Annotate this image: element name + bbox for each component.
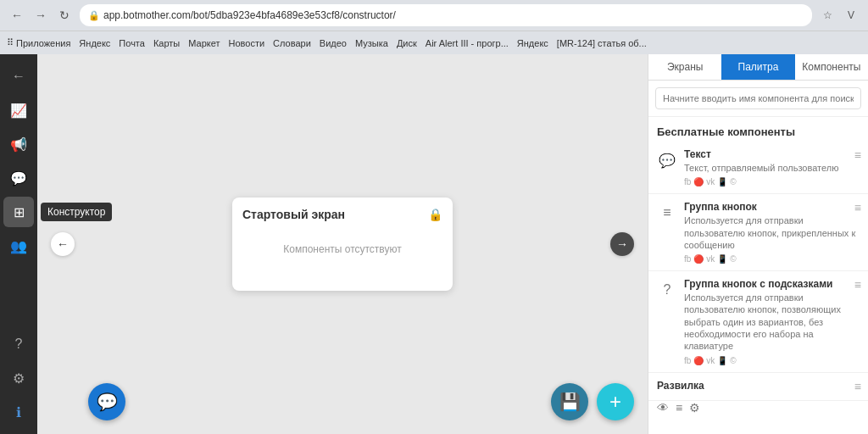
empty-text: Компоненты отсутствуют xyxy=(283,243,401,255)
sidebar: ← 📈 📢 💬 ⊞ Конструктор 👥 ? ⚙ ℹ xyxy=(0,54,37,434)
bookmark-mail[interactable]: Почта xyxy=(119,38,145,48)
component-name: Развилка xyxy=(657,380,860,392)
nav-left-button[interactable]: ← xyxy=(51,232,75,256)
save-button[interactable]: 💾 xyxy=(551,383,588,420)
sidebar-analytics-button[interactable]: 📈 xyxy=(3,95,34,125)
canvas-bottom-buttons: 💾 + xyxy=(551,383,634,420)
component-socials: fb🔴vk📱© xyxy=(684,177,860,186)
tab-components[interactable]: Компоненты xyxy=(795,54,868,80)
canvas-area: ← → Стартовый экран 🔒 Компоненты отсутст… xyxy=(37,54,648,434)
refresh-button[interactable]: ↻ xyxy=(54,5,75,25)
sidebar-broadcast-button[interactable]: 📢 xyxy=(3,129,34,159)
list-icon: ≡ xyxy=(676,401,682,415)
component-name: Группа кнопок с подсказками xyxy=(684,278,860,290)
screen-card-title: Стартовый экран xyxy=(242,208,345,221)
chat-fab-button[interactable]: 💬 xyxy=(88,383,125,420)
list-item[interactable]: ≡ Группа кнопок Используется для отправк… xyxy=(648,194,868,271)
right-panel: Экраны Палитра Компоненты Бесплатные ком… xyxy=(648,54,868,434)
screen-card-header: Стартовый экран 🔒 xyxy=(242,208,442,221)
screen-card: Стартовый экран 🔒 Компоненты отсутствуют xyxy=(232,198,453,291)
component-menu-icon[interactable]: ≡ xyxy=(854,380,861,393)
component-desc: Используется для отправки пользователю к… xyxy=(684,214,860,251)
list-item[interactable]: ? Группа кнопок с подсказками Использует… xyxy=(648,271,868,372)
bookmark-yandex2[interactable]: Яндекс xyxy=(517,38,548,48)
add-button[interactable]: + xyxy=(597,383,634,420)
component-menu-icon[interactable]: ≡ xyxy=(854,201,861,214)
app: ← 📈 📢 💬 ⊞ Конструктор 👥 ? ⚙ ℹ ← → Старто… xyxy=(0,54,868,434)
star-button[interactable]: ☆ xyxy=(817,5,837,25)
bookmark-disk[interactable]: Диск xyxy=(397,38,417,48)
component-socials: fb🔴vk📱© xyxy=(684,254,860,264)
list-item[interactable]: 💬 Текст Текст, отправляемый пользователю… xyxy=(648,142,868,194)
component-menu-icon[interactable]: ≡ xyxy=(854,278,861,292)
component-socials: fb🔴vk📱© xyxy=(684,356,860,365)
component-name: Группа кнопок xyxy=(684,201,860,213)
settings-icon: ⚙ xyxy=(689,401,700,415)
component-icon-hints: ? xyxy=(657,280,677,300)
component-icon-text: 💬 xyxy=(657,150,677,170)
component-icon-buttons: ≡ xyxy=(657,203,677,223)
component-desc: Текст, отправляемый пользователю xyxy=(684,162,860,174)
bookmark-mr124[interactable]: [MR-124] статья об... xyxy=(557,38,647,48)
bookmarks-bar: ⠿ Приложения Яндекс Почта Карты Маркет Н… xyxy=(0,31,868,54)
sidebar-users-button[interactable]: 👥 xyxy=(3,231,34,261)
profile-button[interactable]: V xyxy=(841,5,861,25)
components-list: Бесплатные компоненты 💬 Текст Текст, отп… xyxy=(648,117,868,434)
list-item[interactable]: Развилка ≡ xyxy=(648,373,868,401)
component-search-input[interactable] xyxy=(655,87,861,109)
back-button[interactable]: ← xyxy=(7,5,27,25)
component-info-buttons: Группа кнопок Используется для отправки … xyxy=(684,201,860,264)
component-info-text: Текст Текст, отправляемый пользователю f… xyxy=(684,148,860,186)
bookmark-yandex[interactable]: Яндекс xyxy=(79,38,110,48)
sidebar-back-button[interactable]: ← xyxy=(3,61,34,92)
tab-palette[interactable]: Палитра xyxy=(721,54,794,80)
main-content: ← → Стартовый экран 🔒 Компоненты отсутст… xyxy=(37,54,648,434)
lock-icon: 🔒 xyxy=(88,10,100,21)
sidebar-settings-button[interactable]: ⚙ xyxy=(3,363,34,393)
component-name: Текст xyxy=(684,148,860,160)
bookmark-news[interactable]: Новости xyxy=(229,38,265,48)
bookmark-apps[interactable]: ⠿ Приложения xyxy=(7,37,70,48)
bookmark-dict[interactable]: Словари xyxy=(273,38,311,48)
screen-card-body: Компоненты отсутствуют xyxy=(242,230,442,269)
search-box xyxy=(648,81,868,117)
sidebar-constructor-button[interactable]: ⊞ Конструктор xyxy=(3,197,34,227)
browser-actions: ☆ V xyxy=(817,5,861,25)
lock-icon: 🔒 xyxy=(428,208,442,221)
forward-button[interactable]: → xyxy=(31,5,51,25)
bookmark-airalert[interactable]: Air Alert III - прогр... xyxy=(426,38,509,48)
bookmark-music[interactable]: Музыка xyxy=(355,38,388,48)
bookmark-market[interactable]: Маркет xyxy=(188,38,220,48)
sidebar-help-button[interactable]: ? xyxy=(3,329,34,359)
bookmark-maps[interactable]: Карты xyxy=(153,38,180,48)
url-text: app.botmother.com/bot/5dba923e4bfa4689e3… xyxy=(103,9,396,21)
sidebar-chat-button[interactable]: 💬 xyxy=(3,163,34,193)
component-info-hints: Группа кнопок с подсказками Используется… xyxy=(684,278,860,364)
component-info-fork: Развилка xyxy=(657,380,860,393)
address-bar[interactable]: 🔒 app.botmother.com/bot/5dba923e4bfa4689… xyxy=(80,4,812,26)
section-title: Бесплатные компоненты xyxy=(648,117,868,142)
browser-chrome: ← → ↻ 🔒 app.botmother.com/bot/5dba923e4b… xyxy=(0,0,868,31)
bookmark-video[interactable]: Видео xyxy=(320,38,347,48)
eye-icon: 👁 xyxy=(657,401,669,415)
panel-tabs: Экраны Палитра Компоненты xyxy=(648,54,868,81)
component-menu-icon[interactable]: ≡ xyxy=(854,148,861,162)
browser-controls: ← → ↻ xyxy=(7,5,75,25)
sidebar-info-button[interactable]: ℹ xyxy=(3,397,34,427)
component-desc: Используется для отправки пользователю к… xyxy=(684,292,860,352)
tab-screens[interactable]: Экраны xyxy=(648,54,721,80)
nav-right-button[interactable]: → xyxy=(610,232,634,256)
